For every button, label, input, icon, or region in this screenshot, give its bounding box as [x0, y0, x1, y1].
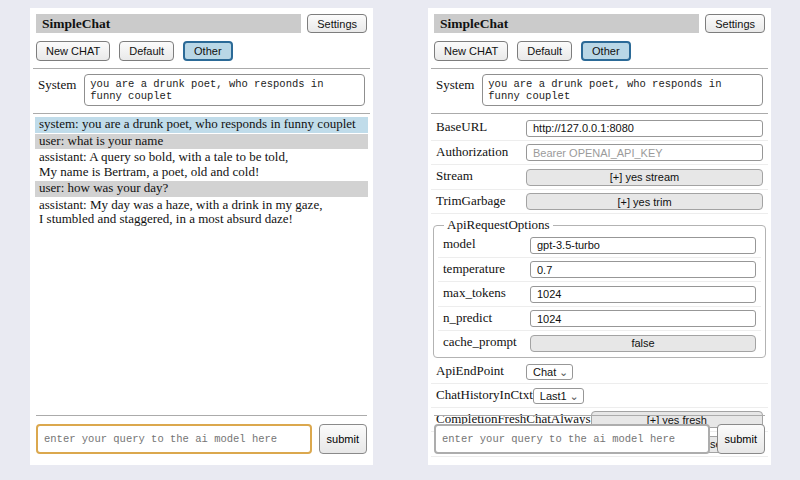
- setting-row-authorization: Authorization: [431, 141, 768, 166]
- query-footer: submit: [36, 415, 367, 454]
- cache-prompt-label: cache_prompt: [443, 334, 530, 350]
- session-tab-other[interactable]: Other: [183, 41, 233, 61]
- query-footer: submit: [434, 415, 765, 454]
- setting-row-model: model: [438, 233, 761, 258]
- system-prompt-input[interactable]: you are a drunk poet, who responds in fu…: [84, 74, 365, 106]
- baseurl-label: BaseURL: [436, 119, 526, 135]
- setting-row-stream: Stream [+] yes stream: [431, 165, 768, 190]
- api-request-options-fieldset: ApiRequestOptions model temperature max_…: [433, 217, 766, 358]
- setting-row-cache-prompt: cache_prompt false: [438, 331, 761, 355]
- setting-row-trimgarbage: TrimGarbage [+] yes trim: [431, 190, 768, 215]
- session-row: New CHAT Default Other: [36, 41, 367, 61]
- chat-message-system: system: you are a drunk poet, who respon…: [35, 117, 368, 133]
- system-label: System: [436, 74, 474, 93]
- query-input[interactable]: [36, 424, 312, 454]
- chevron-down-icon: ⌄: [559, 365, 568, 379]
- setting-row-chat-history: ChatHistoryInCtxt Last1⌄: [431, 384, 768, 408]
- new-chat-button[interactable]: New CHAT: [36, 41, 110, 61]
- n-predict-label: n_predict: [443, 310, 530, 326]
- divider: [33, 113, 370, 114]
- authorization-label: Authorization: [436, 144, 526, 160]
- trim-garbage-toggle-button[interactable]: [+] yes trim: [526, 193, 763, 210]
- chat-panel: SimpleChat Settings New CHAT Default Oth…: [30, 8, 373, 465]
- setting-row-max-tokens: max_tokens: [438, 282, 761, 307]
- system-prompt-row: System you are a drunk poet, who respond…: [436, 74, 763, 106]
- new-chat-button[interactable]: New CHAT: [434, 41, 508, 61]
- api-endpoint-selected-value: Chat: [533, 366, 556, 378]
- authorization-input[interactable]: [526, 144, 763, 161]
- divider: [36, 415, 367, 416]
- model-label: model: [443, 236, 530, 252]
- setting-row-api-endpoint: ApiEndPoint Chat⌄: [431, 360, 768, 384]
- max-tokens-input[interactable]: [530, 286, 756, 303]
- cache-prompt-toggle-button[interactable]: false: [530, 335, 756, 352]
- divider: [33, 68, 370, 69]
- api-endpoint-label: ApiEndPoint: [436, 363, 526, 379]
- chat-message-assistant: assistant: A query so bold, with a tale …: [35, 150, 368, 180]
- divider: [431, 68, 768, 69]
- settings-list: BaseURL Authorization Stream [+] yes str…: [431, 116, 768, 457]
- settings-button[interactable]: Settings: [705, 14, 765, 33]
- n-predict-input[interactable]: [530, 310, 756, 327]
- titlebar: SimpleChat Settings: [434, 14, 765, 33]
- stream-toggle-button[interactable]: [+] yes stream: [526, 169, 763, 186]
- divider: [431, 113, 768, 114]
- setting-row-baseurl: BaseURL: [431, 116, 768, 141]
- query-input[interactable]: [434, 424, 710, 454]
- trim-garbage-label: TrimGarbage: [436, 193, 526, 209]
- chat-message-user: user: what is your name: [35, 134, 368, 150]
- submit-button[interactable]: submit: [319, 424, 367, 454]
- session-tab-other[interactable]: Other: [581, 41, 631, 61]
- settings-panel: SimpleChat Settings New CHAT Default Oth…: [428, 8, 771, 465]
- max-tokens-label: max_tokens: [443, 285, 530, 301]
- setting-row-n-predict: n_predict: [438, 307, 761, 332]
- system-prompt-input[interactable]: you are a drunk poet, who responds in fu…: [482, 74, 763, 106]
- titlebar: SimpleChat Settings: [36, 14, 367, 33]
- system-label: System: [38, 74, 76, 93]
- temperature-input[interactable]: [530, 261, 756, 278]
- stream-label: Stream: [436, 168, 526, 184]
- session-row: New CHAT Default Other: [434, 41, 765, 61]
- chat-messages: system: you are a drunk poet, who respon…: [35, 117, 368, 228]
- chat-message-user: user: how was your day?: [35, 181, 368, 197]
- app-title: SimpleChat: [434, 14, 699, 33]
- session-tab-default[interactable]: Default: [119, 41, 174, 61]
- settings-button[interactable]: Settings: [307, 14, 367, 33]
- model-input[interactable]: [530, 237, 756, 254]
- setting-row-temperature: temperature: [438, 258, 761, 283]
- system-prompt-row: System you are a drunk poet, who respond…: [38, 74, 365, 106]
- temperature-label: temperature: [443, 261, 530, 277]
- chat-history-label: ChatHistoryInCtxt: [436, 387, 533, 403]
- divider: [434, 415, 765, 416]
- chat-message-assistant: assistant: My day was a haze, with a dri…: [35, 198, 368, 228]
- api-endpoint-select[interactable]: Chat⌄: [526, 364, 573, 380]
- session-tab-default[interactable]: Default: [517, 41, 572, 61]
- chevron-down-icon: ⌄: [569, 389, 578, 403]
- chat-history-selected-value: Last1: [540, 390, 567, 402]
- api-request-options-legend: ApiRequestOptions: [444, 217, 553, 233]
- submit-button[interactable]: submit: [717, 424, 765, 454]
- base-url-input[interactable]: [526, 120, 763, 137]
- app-title: SimpleChat: [36, 14, 301, 33]
- chat-history-select[interactable]: Last1⌄: [533, 388, 584, 404]
